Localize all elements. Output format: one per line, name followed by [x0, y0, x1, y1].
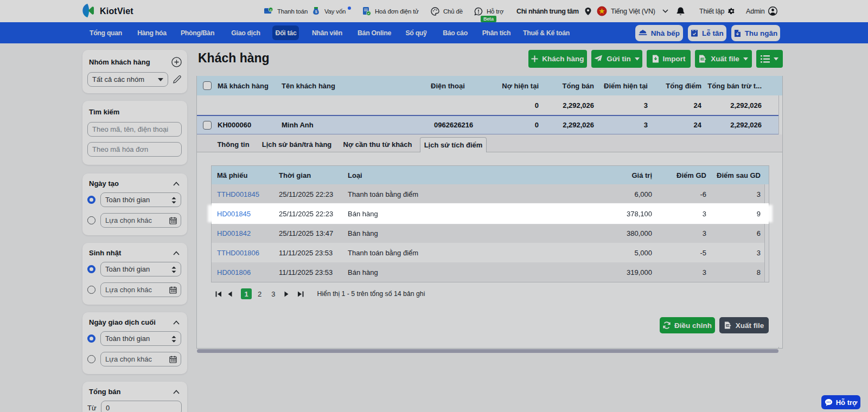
svg-text:$: $: [315, 10, 317, 14]
